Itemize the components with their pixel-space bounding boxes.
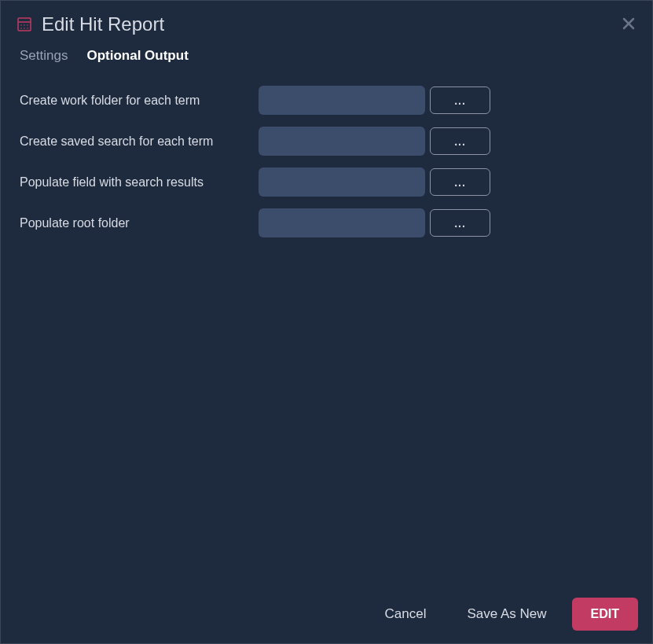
svg-point-6 [24, 28, 25, 29]
populate-root-browse-button[interactable]: ... [430, 209, 490, 237]
populate-root-input[interactable] [259, 208, 425, 237]
populate-root-label: Populate root folder [20, 216, 254, 230]
dialog-header: Edit Hit Report [1, 1, 652, 45]
svg-point-2 [20, 24, 22, 26]
svg-point-3 [24, 24, 25, 26]
populate-field-browse-button[interactable]: ... [430, 168, 490, 196]
work-folder-input[interactable] [259, 86, 425, 115]
saved-search-browse-button[interactable]: ... [430, 127, 490, 155]
close-icon [622, 17, 636, 33]
save-as-new-button[interactable]: Save As New [451, 598, 562, 630]
svg-point-5 [20, 28, 22, 29]
edit-hit-report-dialog: Edit Hit Report Settings Optional Output… [0, 0, 653, 644]
tab-bar: Settings Optional Output [1, 48, 652, 64]
saved-search-row: Create saved search for each term ... [20, 127, 633, 156]
work-folder-row: Create work folder for each term ... [20, 86, 633, 115]
cancel-button[interactable]: Cancel [369, 598, 442, 630]
dialog-title: Edit Hit Report [42, 13, 164, 35]
populate-root-row: Populate root folder ... [20, 208, 633, 237]
dialog-content: Create work folder for each term ... Cre… [1, 86, 652, 585]
dialog-footer: Cancel Save As New EDIT [1, 585, 652, 643]
populate-field-row: Populate field with search results ... [20, 167, 633, 197]
saved-search-input[interactable] [259, 127, 425, 156]
saved-search-label: Create saved search for each term [20, 134, 254, 149]
work-folder-browse-button[interactable]: ... [430, 86, 490, 114]
populate-field-input[interactable] [259, 167, 425, 197]
work-folder-label: Create work folder for each term [20, 94, 254, 108]
close-button[interactable] [618, 13, 640, 35]
report-icon [17, 17, 32, 32]
svg-point-7 [27, 28, 28, 29]
edit-button[interactable]: EDIT [572, 598, 638, 631]
tab-optional-output[interactable]: Optional Output [86, 48, 188, 64]
svg-point-4 [27, 24, 28, 26]
tab-settings[interactable]: Settings [20, 48, 68, 64]
populate-field-label: Populate field with search results [20, 175, 254, 190]
